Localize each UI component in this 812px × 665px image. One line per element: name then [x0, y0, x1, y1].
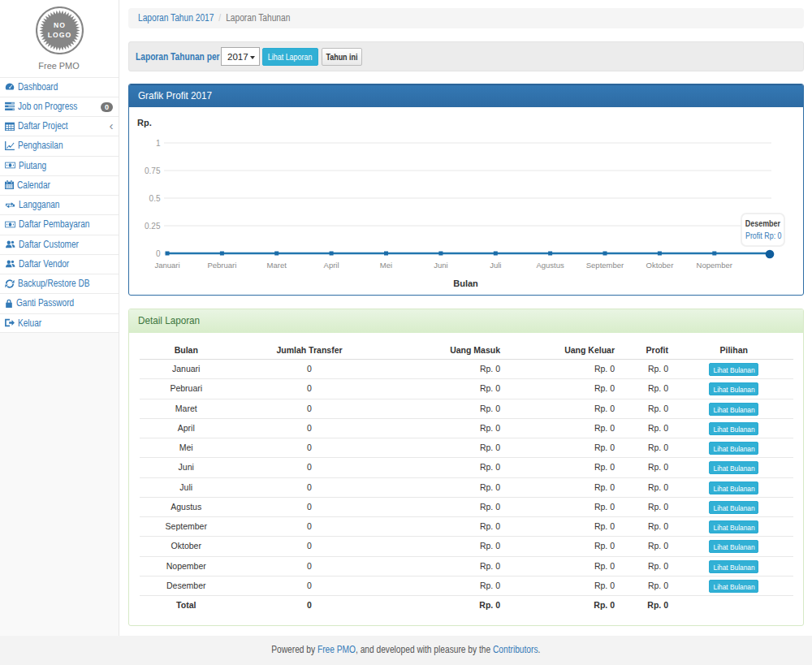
svg-text:1: 1	[156, 138, 161, 147]
svg-text:Oktober: Oktober	[646, 260, 674, 269]
svg-text:April: April	[324, 260, 339, 269]
svg-text:Juni: Juni	[434, 260, 447, 269]
svg-text:Mei: Mei	[380, 260, 392, 269]
svg-text:Bulan: Bulan	[453, 278, 478, 287]
svg-text:0.75: 0.75	[145, 166, 161, 175]
svg-text:NO: NO	[54, 21, 66, 29]
svg-text:0.25: 0.25	[145, 221, 161, 230]
svg-text:Juli: Juli	[490, 260, 501, 269]
svg-text:LOGO: LOGO	[47, 31, 71, 39]
svg-text:Rp.: Rp.	[137, 118, 152, 127]
svg-text:Januari: Januari	[154, 260, 179, 269]
svg-text:Agustus: Agustus	[536, 260, 564, 269]
svg-text:Pebruari: Pebruari	[207, 260, 236, 269]
svg-text:Nopember: Nopember	[697, 260, 732, 269]
svg-text:0.5: 0.5	[149, 193, 161, 202]
svg-text:0: 0	[156, 248, 161, 257]
svg-text:Maret: Maret	[267, 260, 287, 269]
svg-text:September: September	[586, 260, 624, 269]
